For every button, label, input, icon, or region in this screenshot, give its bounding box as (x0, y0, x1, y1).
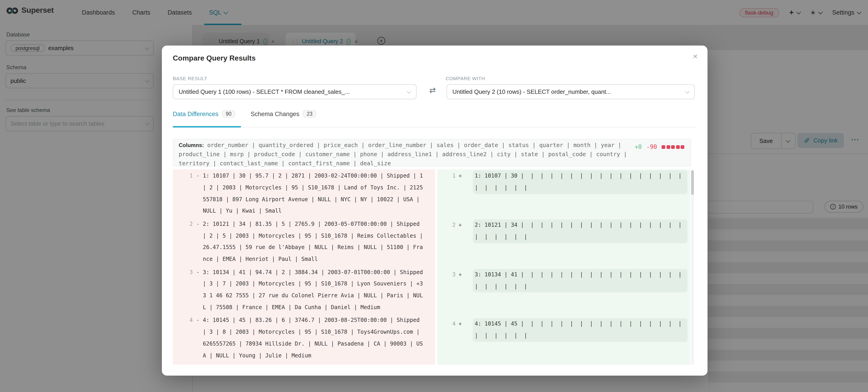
base-result-select[interactable]: Untitled Query 1 (100 rows) - SELECT * F… (173, 84, 416, 99)
diff-viewer[interactable]: 1 - 1: 10107 | 30 | 95.7 | 2 | 2871 | 20… (173, 169, 694, 365)
diff-count-badges: +0 -90 (635, 143, 684, 150)
tabs-divider (173, 127, 696, 128)
schema-changes-count: 23 (303, 110, 316, 117)
added-sign: + (456, 220, 465, 231)
columns-names: order_number | quantity_ordered | price_… (179, 142, 627, 167)
close-icon[interactable]: ✕ (693, 53, 698, 60)
base-result-value: Untitled Query 1 (100 rows) - SELECT * F… (179, 88, 350, 95)
active-tab-underline (173, 126, 241, 128)
removed-row-text: 2: 10121 | 34 | 81.35 | 5 | 2765.9 | 200… (203, 219, 425, 265)
line-number: 1 (437, 170, 456, 182)
diff-scrollbar[interactable] (691, 169, 694, 365)
tab-data-differences-label: Data Differences (173, 110, 218, 117)
added-sign: + (456, 269, 465, 281)
diff-left-pane: 1 - 1: 10107 | 30 | 95.7 | 2 | 2871 | 20… (173, 169, 435, 365)
added-count: +0 (635, 143, 642, 150)
sql-lab-page: Superset Dashboards Charts Datasets SQL … (0, 0, 868, 392)
columns-label: Columns: (179, 142, 204, 148)
added-row-text: 3: 10134 | 41 | | | | | | | | | | | | | … (473, 269, 687, 292)
line-number: 2 (437, 220, 456, 231)
removed-sign: - (193, 170, 203, 182)
added-row-text: 4: 10145 | 45 | | | | | | | | | | | | | … (473, 318, 687, 342)
added-row-text: 2: 10121 | 34 | | | | | | | | | | | | | … (473, 220, 687, 243)
diff-blocks-icon (661, 145, 684, 149)
compare-with-value: Untitled Query 2 (10 rows) - SELECT orde… (453, 88, 611, 95)
diff-right-pane: 1 + 1: 10107 | 30 | | | | | | | | | | | … (437, 169, 690, 365)
chevron-down-icon (685, 89, 689, 93)
base-result-label: BASE RESULT (173, 76, 207, 81)
line-number: 4 (437, 318, 456, 330)
tab-data-differences[interactable]: Data Differences 90 (173, 110, 235, 117)
removed-count: -90 (646, 143, 657, 150)
line-number: 3 (173, 267, 193, 278)
diff-removed-row: 2 - 2: 10121 | 34 | 81.35 | 5 | 2765.9 |… (173, 219, 435, 265)
diff-added-row: 2 + 2: 10121 | 34 | | | | | | | | | | | … (437, 220, 690, 268)
line-number: 2 (173, 219, 193, 230)
swap-icon[interactable]: ⇄ (429, 86, 436, 95)
compare-query-results-modal: Compare Query Results ✕ BASE RESULT Unti… (162, 46, 708, 375)
columns-summary: Columns: order_number | quantity_ordered… (173, 139, 691, 167)
diff-scrollbar-thumb[interactable] (691, 170, 694, 195)
columns-list: Columns: order_number | quantity_ordered… (179, 141, 630, 168)
diff-added-row: 1 + 1: 10107 | 30 | | | | | | | | | | | … (437, 170, 690, 219)
diff-added-row: 3 + 3: 10134 | 41 | | | | | | | | | | | … (437, 269, 690, 317)
diff-removed-row: 1 - 1: 10107 | 30 | 95.7 | 2 | 2871 | 20… (173, 170, 435, 217)
removed-sign: - (193, 315, 203, 327)
removed-sign: - (193, 219, 203, 230)
modal-tabs: Data Differences 90 Schema Changes 23 (173, 110, 316, 117)
line-number: 3 (437, 269, 456, 281)
tab-schema-changes-label: Schema Changes (251, 110, 300, 117)
compare-with-select[interactable]: Untitled Query 2 (10 rows) - SELECT orde… (446, 84, 695, 99)
modal-title: Compare Query Results (173, 54, 256, 62)
removed-row-text: 3: 10134 | 41 | 94.74 | 2 | 3884.34 | 20… (203, 267, 425, 313)
diff-added-row: 4 + 4: 10145 | 45 | | | | | | | | | | | … (437, 318, 690, 365)
tab-schema-changes[interactable]: Schema Changes 23 (251, 110, 316, 117)
data-differences-count: 90 (222, 110, 235, 117)
line-number: 4 (173, 315, 193, 327)
added-row-text: 1: 10107 | 30 | | | | | | | | | | | | | … (473, 170, 687, 194)
chevron-down-icon (407, 89, 411, 93)
removed-row-text: 1: 10107 | 30 | 95.7 | 2 | 2871 | 2003-0… (203, 170, 425, 217)
added-sign: + (456, 170, 465, 182)
added-sign: + (456, 318, 465, 330)
removed-sign: - (193, 267, 203, 278)
removed-row-text: 4: 10145 | 45 | 83.26 | 6 | 3746.7 | 200… (203, 315, 425, 362)
compare-with-label: COMPARE WITH (445, 76, 485, 81)
diff-removed-row: 3 - 3: 10134 | 41 | 94.74 | 2 | 3884.34 … (173, 267, 435, 313)
diff-removed-row: 4 - 4: 10145 | 45 | 83.26 | 6 | 3746.7 |… (173, 315, 435, 362)
line-number: 1 (173, 170, 193, 182)
